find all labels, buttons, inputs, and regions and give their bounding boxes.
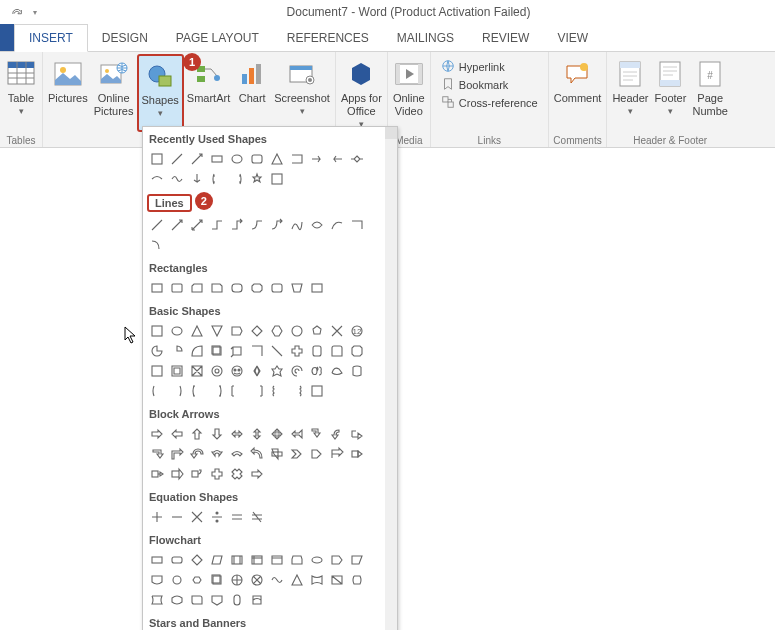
shape-item[interactable] [147, 570, 167, 590]
shape-item[interactable] [167, 507, 187, 527]
shape-item[interactable] [267, 550, 287, 570]
shape-item[interactable] [307, 381, 327, 401]
shape-item[interactable] [307, 361, 327, 381]
shape-item[interactable] [227, 341, 247, 361]
shape-item[interactable] [227, 550, 247, 570]
shape-item[interactable] [307, 424, 327, 444]
shape-item[interactable] [287, 570, 307, 590]
redo-icon[interactable] [10, 5, 24, 19]
header-button[interactable]: Header ▾ [609, 54, 651, 132]
shape-item[interactable] [187, 149, 207, 169]
shape-item[interactable] [167, 321, 187, 341]
screenshot-button[interactable]: Screenshot ▾ [271, 54, 333, 132]
shape-item[interactable] [167, 444, 187, 464]
shape-item[interactable] [167, 550, 187, 570]
shape-item[interactable] [347, 149, 367, 169]
tab-design[interactable]: DESIGN [88, 24, 162, 51]
shape-item[interactable] [207, 444, 227, 464]
shape-item[interactable] [207, 570, 227, 590]
shape-item[interactable] [327, 424, 347, 444]
shape-item[interactable] [347, 424, 367, 444]
shape-item[interactable] [207, 507, 227, 527]
shape-item[interactable] [187, 464, 207, 484]
shape-item[interactable] [187, 361, 207, 381]
shape-item[interactable] [347, 361, 367, 381]
shape-item[interactable] [247, 464, 267, 484]
shape-item[interactable] [227, 444, 247, 464]
shape-item[interactable] [147, 361, 167, 381]
shape-item[interactable] [267, 341, 287, 361]
shape-item[interactable] [307, 341, 327, 361]
shape-item[interactable] [247, 507, 267, 527]
shape-item[interactable] [327, 570, 347, 590]
shape-item[interactable] [187, 341, 207, 361]
shape-item[interactable] [147, 444, 167, 464]
shape-item[interactable] [187, 590, 207, 610]
shape-item[interactable] [247, 149, 267, 169]
shape-item[interactable] [307, 550, 327, 570]
pictures-button[interactable]: Pictures [45, 54, 91, 132]
chart-button[interactable]: Chart [233, 54, 271, 132]
shape-item[interactable] [147, 550, 167, 570]
shape-item[interactable] [207, 321, 227, 341]
shape-item[interactable] [187, 381, 207, 401]
shape-item[interactable] [267, 444, 287, 464]
shape-item[interactable] [167, 215, 187, 235]
shape-item[interactable] [267, 278, 287, 298]
shape-item[interactable] [207, 381, 227, 401]
shape-item[interactable] [147, 590, 167, 610]
shape-item[interactable] [147, 278, 167, 298]
shape-item[interactable] [307, 215, 327, 235]
shape-item[interactable] [167, 381, 187, 401]
bookmark-button[interactable]: Bookmark [437, 76, 542, 94]
shape-item[interactable] [227, 149, 247, 169]
shape-item[interactable] [207, 590, 227, 610]
shape-item[interactable] [187, 321, 207, 341]
shape-item[interactable] [347, 444, 367, 464]
shape-item[interactable] [247, 215, 267, 235]
shape-item[interactable] [207, 341, 227, 361]
shape-item[interactable] [187, 507, 207, 527]
tab-references[interactable]: REFERENCES [273, 24, 383, 51]
shape-item[interactable]: 12 [347, 321, 367, 341]
shape-item[interactable] [227, 464, 247, 484]
shape-item[interactable] [207, 361, 227, 381]
shape-item[interactable] [287, 381, 307, 401]
page-number-button[interactable]: # Page Numbe [689, 54, 730, 132]
shape-item[interactable] [347, 550, 367, 570]
scrollbar[interactable] [385, 127, 397, 630]
shape-item[interactable] [167, 169, 187, 189]
shape-item[interactable] [287, 361, 307, 381]
shape-item[interactable] [247, 321, 267, 341]
online-video-button[interactable]: Online Video [390, 54, 428, 132]
shape-item[interactable] [307, 570, 327, 590]
shape-item[interactable] [267, 570, 287, 590]
tab-mailings[interactable]: MAILINGS [383, 24, 468, 51]
shape-item[interactable] [207, 169, 227, 189]
shape-item[interactable] [307, 149, 327, 169]
shape-item[interactable] [267, 215, 287, 235]
shape-item[interactable] [247, 381, 267, 401]
apps-for-office-button[interactable]: Apps for Office ▾ [338, 54, 385, 132]
shape-item[interactable] [227, 590, 247, 610]
shape-item[interactable] [247, 169, 267, 189]
shape-item[interactable] [147, 381, 167, 401]
shape-item[interactable] [207, 215, 227, 235]
tab-review[interactable]: REVIEW [468, 24, 543, 51]
shape-item[interactable] [227, 169, 247, 189]
comment-button[interactable]: Comment [551, 54, 605, 132]
shape-item[interactable] [327, 361, 347, 381]
shape-item[interactable] [267, 381, 287, 401]
shape-item[interactable] [147, 424, 167, 444]
shape-item[interactable] [207, 149, 227, 169]
shape-item[interactable] [187, 278, 207, 298]
shape-item[interactable] [307, 444, 327, 464]
shape-item[interactable] [187, 570, 207, 590]
shape-item[interactable] [327, 550, 347, 570]
tab-insert[interactable]: INSERT [14, 24, 88, 52]
shape-item[interactable] [327, 149, 347, 169]
shape-item[interactable] [147, 215, 167, 235]
shape-item[interactable] [147, 464, 167, 484]
table-button[interactable]: Table ▾ [2, 54, 40, 132]
footer-button[interactable]: Footer ▾ [651, 54, 689, 132]
